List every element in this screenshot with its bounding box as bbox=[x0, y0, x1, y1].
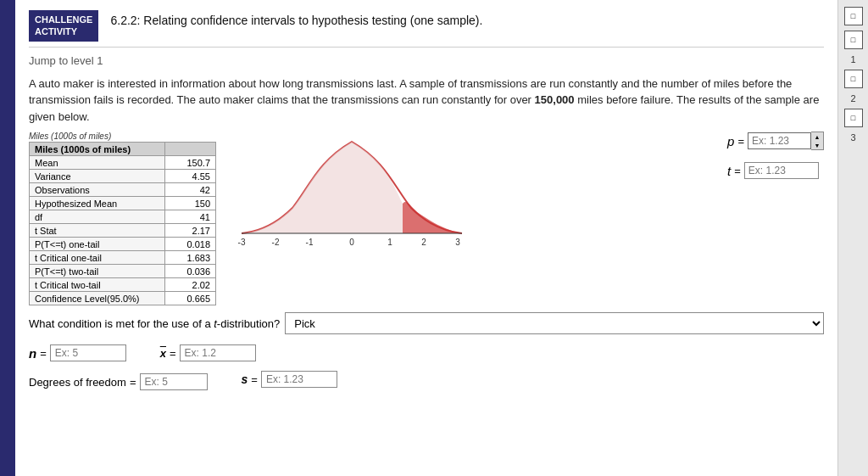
table-row: t Stat2.17 bbox=[30, 224, 216, 238]
s-equals: = bbox=[251, 373, 258, 386]
condition-dropdown[interactable]: Pick The sample size is large (n ≥ 30) T… bbox=[285, 312, 824, 334]
table-row: df41 bbox=[30, 210, 216, 224]
n-label: n bbox=[29, 346, 36, 361]
table-row: t Critical two-tail2.02 bbox=[30, 278, 216, 292]
jump-level-label: Jump to level 1 bbox=[29, 54, 824, 67]
table-row: Hypothesized Mean150 bbox=[30, 197, 216, 210]
xbar-label: x bbox=[160, 347, 166, 360]
pt-inputs: p = ▲ ▼ t = bbox=[727, 132, 824, 179]
right-sidebar: □ □ 1 □ 2 □ 3 bbox=[837, 0, 868, 476]
badge-line2: ACTIVITY bbox=[35, 26, 77, 36]
svg-text:0: 0 bbox=[349, 238, 354, 247]
t-input[interactable] bbox=[744, 162, 819, 179]
n-input-row: n = bbox=[29, 344, 126, 361]
p-equals: = bbox=[737, 135, 744, 148]
dof-equals: = bbox=[130, 376, 136, 389]
dropdown-question: What condition is met for the use of a t… bbox=[29, 317, 280, 330]
s-input[interactable] bbox=[261, 371, 337, 388]
badge-line1: CHALLENGE bbox=[35, 14, 92, 25]
p-spinner-down[interactable]: ▼ bbox=[811, 141, 823, 149]
problem-bold-value: 150,000 bbox=[535, 93, 575, 106]
table-row: Variance4.55 bbox=[30, 170, 216, 183]
p-row: p = ▲ ▼ bbox=[727, 132, 824, 150]
svg-text:1: 1 bbox=[387, 238, 392, 247]
s-label: s bbox=[242, 372, 248, 386]
table-row: Observations42 bbox=[30, 183, 216, 197]
sidebar-icon-1[interactable]: □ bbox=[844, 31, 863, 49]
n-equals: = bbox=[40, 347, 47, 360]
chart-pt-section: -3 -2 -1 0 1 2 3 p = ▲ ▼ bbox=[225, 132, 824, 305]
p-spinner: ▲ ▼ bbox=[811, 132, 824, 150]
sidebar-icon-3[interactable]: □ bbox=[844, 109, 863, 127]
table-cell-header-val bbox=[165, 143, 216, 156]
table-row: Mean150.7 bbox=[30, 156, 216, 170]
xbar-equals: = bbox=[170, 347, 176, 360]
challenge-badge: CHALLENGE ACTIVITY bbox=[29, 10, 98, 42]
svg-text:3: 3 bbox=[455, 238, 460, 247]
xbar-input-row: x = bbox=[160, 344, 256, 361]
dof-input[interactable] bbox=[140, 373, 208, 390]
dof-row: Degrees of freedom = bbox=[29, 373, 208, 390]
t-equals: = bbox=[734, 165, 741, 177]
table-row: Miles (1000s of miles) bbox=[30, 143, 216, 156]
dof-label: Degrees of freedom bbox=[29, 376, 126, 389]
p-input-wrapper: ▲ ▼ bbox=[748, 132, 824, 150]
bottom-row2: Degrees of freedom = s = bbox=[29, 368, 824, 390]
bottom-inputs: n = x = bbox=[29, 344, 824, 361]
p-label: p bbox=[727, 134, 734, 148]
problem-text: A auto maker is interested in informatio… bbox=[29, 76, 824, 126]
p-spinner-up[interactable]: ▲ bbox=[811, 132, 823, 141]
s-input-row: s = bbox=[242, 371, 337, 388]
sidebar-num-2: 2 bbox=[850, 93, 855, 104]
main-content: CHALLENGE ACTIVITY 6.2.2: Relating confi… bbox=[15, 0, 837, 476]
stats-table-title: Miles (1000s of miles) bbox=[29, 132, 216, 141]
sidebar-icon-2[interactable]: □ bbox=[844, 70, 863, 88]
stats-table-wrap: Miles (1000s of miles) Miles (1000s of m… bbox=[29, 132, 216, 305]
left-accent-bar bbox=[0, 0, 15, 476]
t-label: t bbox=[727, 164, 731, 178]
stats-table: Miles (1000s of miles) Mean150.7 Varianc… bbox=[29, 142, 216, 305]
table-row: t Critical one-tail1.683 bbox=[30, 251, 216, 265]
table-cell-header-label: Miles (1000s of miles) bbox=[30, 143, 165, 156]
header-title: 6.2.2: Relating confidence intervals to … bbox=[110, 10, 482, 27]
table-row: P(T<=t) two-tail0.036 bbox=[30, 265, 216, 278]
svg-text:-1: -1 bbox=[306, 238, 314, 247]
xbar-input[interactable] bbox=[180, 344, 256, 361]
data-section: Miles (1000s of miles) Miles (1000s of m… bbox=[29, 132, 824, 305]
sidebar-icon-top[interactable]: □ bbox=[844, 7, 863, 25]
header: CHALLENGE ACTIVITY 6.2.2: Relating confi… bbox=[29, 10, 824, 48]
svg-text:-2: -2 bbox=[272, 238, 280, 247]
svg-text:2: 2 bbox=[421, 238, 426, 247]
bell-curve-chart: -3 -2 -1 0 1 2 3 bbox=[225, 132, 479, 250]
n-input[interactable] bbox=[50, 344, 126, 361]
dropdown-row: What condition is met for the use of a t… bbox=[29, 312, 824, 334]
svg-text:-3: -3 bbox=[238, 238, 246, 247]
p-input[interactable] bbox=[748, 132, 811, 149]
t-row: t = bbox=[727, 162, 824, 179]
table-row: P(T<=t) one-tail0.018 bbox=[30, 238, 216, 251]
sidebar-num-1: 1 bbox=[850, 54, 855, 64]
table-row: Confidence Level(95.0%)0.665 bbox=[30, 292, 216, 305]
sidebar-num-3: 3 bbox=[850, 132, 855, 143]
